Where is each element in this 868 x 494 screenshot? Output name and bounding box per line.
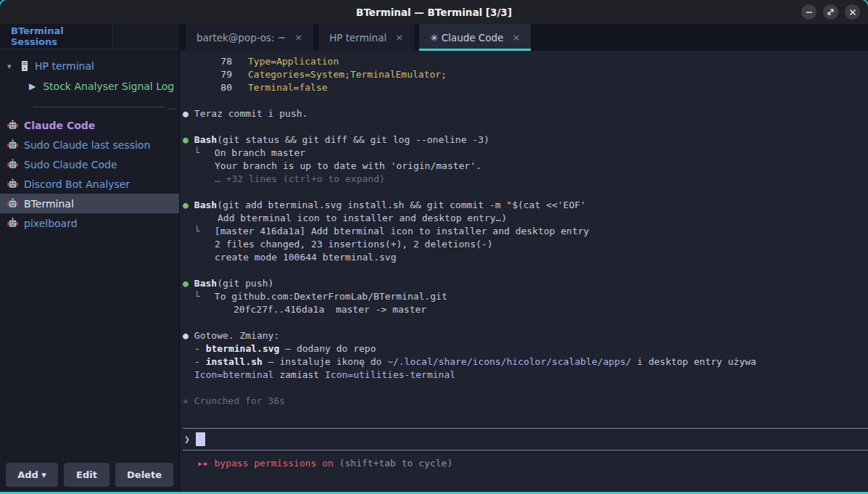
tool-output-line: create mode 100644 bterminal.svg (183, 251, 868, 264)
tool-args: (git add bterminal.svg install.sh && git… (217, 199, 586, 210)
tree-item-stock-analyser[interactable]: ▶ Stock Analyser Signal Log (0, 76, 179, 96)
session-item-pixelboard[interactable]: pixelboard (0, 213, 179, 233)
computer-icon (20, 60, 29, 72)
play-icon: ▶ (29, 81, 36, 91)
tree-divider: … (33, 105, 176, 108)
robot-icon (7, 198, 18, 209)
tab-hp-terminal[interactable]: HP terminal × (318, 24, 414, 51)
bullet-icon: ● (183, 199, 189, 210)
tab-bar: bartek@pop-os: ~ × HP terminal × ✳ Claud… (180, 24, 868, 51)
tool-call-header: ●Bash(git push) (183, 277, 868, 290)
asterisk-icon: ✳ (183, 395, 189, 406)
tab-close-icon[interactable]: × (512, 32, 520, 43)
expand-hint[interactable]: … +32 lines (ctrl+o to expand) (183, 173, 868, 186)
session-label: Sudo Claude Code (24, 159, 117, 170)
terminal-output[interactable]: 78Type=Application 79Categories=System;T… (180, 51, 868, 492)
session-item-sudo-claude-last[interactable]: Sudo Claude last session (0, 135, 179, 155)
bullet-icon: ● (183, 108, 189, 119)
sessions-sidebar: BTerminal Sessions ▾ HP terminal (0, 24, 180, 492)
tab-label: bartek@pop-os: ~ (197, 32, 286, 44)
bullet-icon: ● (183, 330, 189, 341)
tool-output-line: └On branch master (183, 147, 868, 160)
session-list: Claude Code (0, 115, 179, 233)
tab-label: ✳ Claude Code (430, 32, 503, 44)
tool-call-block: ●Bash(git status && git diff && git log … (183, 133, 868, 186)
session-item-discord-bot[interactable]: Discord Bot Analyser (0, 174, 179, 194)
close-button[interactable] (845, 4, 860, 20)
tool-call-block: ●Bash(git add bterminal.svg install.sh &… (183, 199, 868, 264)
tree-item-label: HP terminal (35, 60, 94, 72)
tool-call-header: ●Bash(git status && git diff && git log … (183, 133, 868, 147)
tool-name: Bash (194, 278, 217, 289)
tool-name: Bash (194, 199, 217, 210)
bullet-icon: ● (183, 278, 189, 289)
window-body: BTerminal Sessions ▾ HP terminal (0, 24, 868, 492)
tool-output-line: └To github.com:DexterFromLab/BTerminal.g… (183, 290, 868, 303)
summary-line: - bterminal.svg — dodany do repo (183, 342, 868, 355)
tab-close-icon[interactable]: × (395, 32, 403, 43)
minimize-button[interactable] (801, 4, 817, 20)
connector-icon: └ (194, 291, 200, 302)
tool-output-line: └[master 416da1a] Add bterminal icon to … (183, 225, 868, 238)
terminal-line: 79Categories=System;TerminalEmulator; (183, 68, 868, 81)
sidebar-buttons: Add ▾ Edit Delete (0, 457, 179, 492)
maximize-icon (827, 8, 835, 16)
sidebar-spacer (0, 233, 179, 457)
summary-line: ●Gotowe. Zmiany: (183, 329, 868, 342)
tool-args: (git push) (217, 278, 273, 289)
assistant-message: ●Teraz commit i push. (183, 107, 868, 120)
session-label: pixelboard (24, 218, 78, 229)
summary-line: Icon=bterminal zamiast Icon=utilities-te… (183, 369, 868, 382)
connector-icon: └ (194, 226, 200, 236)
tree-item-hp-terminal[interactable]: ▾ HP terminal (0, 56, 179, 76)
session-item-claude-code[interactable]: Claude Code (0, 115, 179, 135)
line-number: 78 (183, 55, 232, 68)
delete-session-button[interactable]: Delete (115, 463, 173, 487)
text-cursor (196, 432, 205, 446)
robot-icon (7, 159, 18, 170)
prompt-input[interactable]: ❯ (183, 428, 868, 450)
app-window: BTerminal — BTerminal [3/3] (0, 0, 868, 494)
tool-output-line: Your branch is up to date with 'origin/m… (183, 160, 868, 173)
sidebar-header: BTerminal Sessions (0, 24, 179, 49)
edit-session-button[interactable]: Edit (64, 463, 109, 487)
tab-label: HP terminal (329, 32, 387, 44)
bullet-icon: ● (183, 134, 189, 145)
tool-name: Bash (194, 134, 217, 145)
terminal-line: 80Terminal=false (183, 81, 868, 94)
tab-claude-code[interactable]: ✳ Claude Code × (419, 24, 531, 51)
tool-args: (git status && git diff && git log --one… (217, 134, 489, 145)
chevron-down-icon[interactable]: ▾ (7, 62, 19, 71)
double-arrow-icon: ▸▸ (197, 458, 209, 469)
robot-icon (7, 120, 18, 131)
window-title: BTerminal — BTerminal [3/3] (0, 7, 868, 18)
status-message: ✳ Crunched for 36s (183, 395, 868, 408)
assistant-summary-block: ●Gotowe. Zmiany: - bterminal.svg — dodan… (183, 329, 868, 382)
permissions-statusbar[interactable]: ▸▸ bypass permissions on (shift+tab to c… (183, 457, 868, 470)
tab-close-icon[interactable]: × (294, 32, 302, 43)
prompt-chevron-icon: ❯ (184, 433, 190, 446)
session-item-bterminal[interactable]: BTerminal (0, 194, 179, 213)
window-controls (801, 4, 860, 20)
tool-call-header: ●Bash(git add bterminal.svg install.sh &… (183, 199, 868, 212)
line-number: 80 (183, 81, 232, 94)
file-path: ~/.local/share/icons/hicolor/scalable/ap… (387, 356, 632, 367)
terminal-line: 78Type=Application (183, 55, 868, 68)
tab-bartek-pop-os[interactable]: bartek@pop-os: ~ × (186, 24, 313, 51)
tool-output-line: 2 files changed, 23 insertions(+), 2 del… (183, 238, 868, 251)
add-session-button[interactable]: Add ▾ (6, 463, 58, 487)
main-area: bartek@pop-os: ~ × HP terminal × ✳ Claud… (180, 24, 868, 492)
divider-dots: … (168, 105, 176, 108)
session-item-sudo-claude-code[interactable]: Sudo Claude Code (0, 155, 179, 174)
close-icon (849, 9, 856, 16)
session-tree: ▾ HP terminal ▶ Stock Analyser Signal Lo… (0, 49, 179, 111)
session-label: Discord Bot Analyser (24, 178, 130, 190)
summary-line: - install.sh — instaluje ikonę do ~/.loc… (183, 355, 868, 369)
sidebar-header-tab: BTerminal Sessions (0, 24, 113, 49)
session-label: BTerminal (24, 198, 74, 210)
tool-output-line: 20fc27f..416da1a master -> master (183, 303, 868, 316)
robot-icon (7, 218, 18, 229)
maximize-button[interactable] (823, 4, 838, 20)
minimize-icon (806, 9, 813, 16)
line-number: 79 (183, 68, 232, 81)
